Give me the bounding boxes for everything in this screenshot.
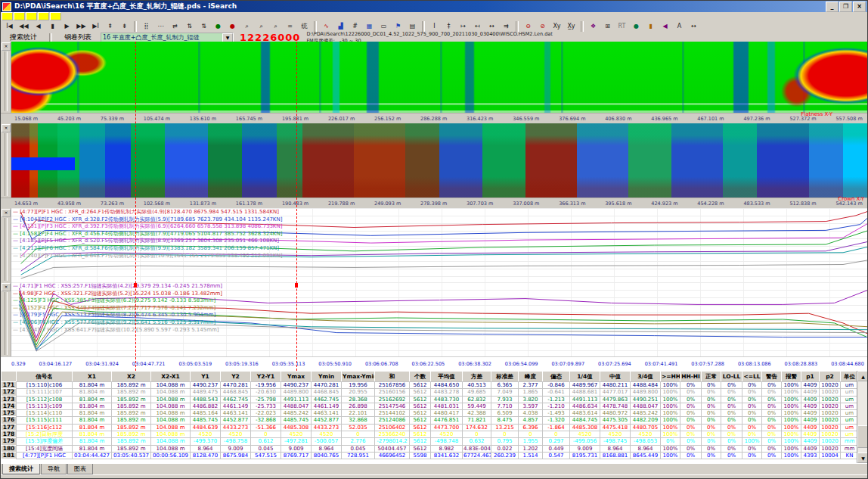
tab-搜索统计[interactable]: 搜索统计 bbox=[2, 464, 40, 475]
table-row[interactable]: 172[15:111]c10781.804 m185.892 m104.088 … bbox=[2, 389, 857, 396]
realtime-icon[interactable]: RT bbox=[615, 20, 629, 33]
legend-item[interactable]: — [4:185][P]F5 HGC : XFR_d:520.F5传动侧轧制力实… bbox=[13, 238, 282, 245]
column-header[interactable]: p2 bbox=[820, 372, 841, 382]
points-mode-icon[interactable]: ⋯ bbox=[153, 20, 168, 33]
restore-button[interactable]: ❐ bbox=[839, 2, 852, 12]
row-number[interactable]: 176 bbox=[2, 417, 17, 424]
measure-cursor-1[interactable] bbox=[135, 42, 136, 371]
row-number[interactable]: 178 bbox=[2, 431, 17, 438]
fit-width-icon[interactable]: ↔ bbox=[687, 20, 701, 33]
nav-prev-fast-icon[interactable]: ◀◀ bbox=[17, 20, 31, 33]
table-row[interactable]: 177[15:116]c11281.804 m185.892 m104.088 … bbox=[2, 424, 857, 431]
row-number[interactable]: 173 bbox=[2, 396, 17, 403]
crown-heatmap[interactable] bbox=[11, 123, 868, 198]
workspace-color-button[interactable] bbox=[38, 12, 49, 20]
tab-图表[interactable]: 图表 bbox=[67, 464, 93, 474]
nav-next-icon[interactable]: ▶ bbox=[60, 20, 74, 33]
column-header[interactable]: X1 bbox=[73, 372, 112, 382]
cursor-marker[interactable] bbox=[134, 283, 137, 288]
column-header[interactable]: 警告 bbox=[762, 372, 782, 382]
legend-item[interactable]: — [4:125]F3 HGC : XSS:385.F3辊缝实际值(6.2)[9… bbox=[13, 297, 222, 305]
nav-top-icon[interactable]: ⇞ bbox=[103, 20, 117, 33]
table-row[interactable]: 174[15:113]c10981.804 m185.892 m104.088 … bbox=[2, 403, 857, 409]
column-header[interactable]: Y2 bbox=[221, 372, 251, 382]
column-header[interactable]: LO-LL bbox=[721, 372, 742, 382]
flatness-heatmap[interactable] bbox=[11, 42, 868, 113]
row-number[interactable]: 181 bbox=[2, 452, 17, 459]
row-number[interactable]: 174 bbox=[2, 403, 17, 409]
minimize-button[interactable]: _ bbox=[826, 2, 839, 12]
xy-mode-2-icon[interactable]: X̲y bbox=[564, 20, 578, 33]
close-icon[interactable]: × bbox=[2, 124, 11, 132]
close-icon[interactable]: × bbox=[2, 42, 11, 51]
back-purple-icon[interactable]: ◀ bbox=[658, 20, 672, 33]
scroll-up-icon[interactable]: ▲ bbox=[857, 371, 868, 381]
cursor-marker[interactable] bbox=[295, 283, 298, 288]
title-bar[interactable]: D:\PDA\iSearch\16 平直度+凸度_长度_轧制力_辊缝.pds -… bbox=[1, 1, 867, 12]
column-header[interactable]: Y2-Y1 bbox=[251, 372, 281, 382]
scrollbar-thumb[interactable] bbox=[857, 425, 868, 448]
column-header[interactable]: Ymax bbox=[281, 372, 312, 382]
column-header[interactable]: 平均值 bbox=[431, 372, 463, 382]
column-header[interactable]: 峰度 bbox=[519, 372, 543, 382]
close-icon[interactable]: × bbox=[2, 283, 11, 291]
column-header[interactable]: Ymax-Ymin bbox=[342, 372, 375, 382]
marquee-zoom-icon[interactable]: ⣿ bbox=[139, 20, 153, 33]
table-row[interactable]: 175[15:114]c11081.804 m185.892 m104.088 … bbox=[2, 410, 857, 417]
table-row[interactable]: 181[4:77][P]F1 HGC03:04:44.42703:05:40.5… bbox=[2, 452, 857, 459]
globe-red-icon[interactable]: ● bbox=[225, 20, 240, 33]
legend-item[interactable]: — [4:234]F7 HGC : XSS:641.F7辊缝实际值(10.2)[… bbox=[13, 327, 222, 334]
row-number[interactable]: 177 bbox=[2, 424, 17, 431]
column-header[interactable]: HH-HI bbox=[680, 372, 702, 382]
row-number[interactable]: 179 bbox=[2, 438, 17, 445]
equal-scale-icon[interactable]: = bbox=[283, 20, 297, 33]
column-header[interactable]: 标准差 bbox=[491, 372, 519, 382]
table-row[interactable]: 173[15:112]c10881.804 m185.892 m104.088 … bbox=[2, 396, 857, 403]
legend-item[interactable]: — [4:152]F4 HGC : XSS:449.F4辊缝实际值(7.2)[7… bbox=[13, 305, 222, 313]
legend-item[interactable]: — [4:206]F6 HGC : XSS:577.F6辊缝实际值(9.2)[5… bbox=[13, 319, 222, 327]
workspace-color-button[interactable] bbox=[14, 12, 25, 20]
row-number[interactable]: 175 bbox=[2, 410, 17, 417]
table-row[interactable]: 178[15:2]目标厚度81.804 m185.892 m104.088 m4… bbox=[2, 431, 857, 438]
tab-导航[interactable]: 导航 bbox=[41, 464, 67, 474]
row-number[interactable]: 180 bbox=[2, 445, 17, 452]
font-tool-icon[interactable]: A bbox=[672, 20, 687, 33]
column-header[interactable]: 信号名 bbox=[17, 372, 73, 382]
column-header[interactable]: X2-X1 bbox=[151, 372, 191, 382]
close-icon[interactable]: × bbox=[2, 209, 11, 217]
zoom-out-icon[interactable]: ⌕ bbox=[254, 20, 268, 33]
table-row[interactable]: 180[15:4]宽度间隔81.804 m185.892 m104.088 m8… bbox=[2, 445, 857, 452]
column-header[interactable]: X2 bbox=[112, 372, 151, 382]
nav-prev-icon[interactable]: ◀ bbox=[31, 20, 45, 33]
table-row[interactable]: 176[15:115]c11181.804 m185.892 m104.088 … bbox=[2, 417, 857, 424]
legend-item[interactable]: — [4:158][P]F4 HGC : XFR_d:456.F4传动侧轧制力实… bbox=[13, 231, 282, 238]
legend-item[interactable]: — [4:71]F1 HGC : XSS:257.F1辊缝实际值(4.2)[29… bbox=[13, 283, 222, 291]
legend-item[interactable]: — [4:179]F5 HGC : XSS:513.F5辊缝实际值(8.2)[6… bbox=[13, 312, 222, 319]
column-header[interactable]: 3/4值 bbox=[631, 372, 661, 382]
grid-window-icon[interactable]: ⊞ bbox=[600, 20, 615, 33]
legend-item[interactable]: — [4:240][P]F7 HGC : XFR_d:648.F7传动侧轧制力实… bbox=[13, 253, 282, 260]
column-header[interactable]: 1/4值 bbox=[570, 372, 600, 382]
column-header[interactable]: 个数 bbox=[410, 372, 431, 382]
column-header[interactable]: 正常 bbox=[702, 372, 721, 382]
column-header[interactable]: <=LL bbox=[742, 372, 762, 382]
column-header[interactable]: 单位 bbox=[841, 372, 857, 382]
close-button[interactable]: × bbox=[853, 2, 866, 12]
zoom-reset-icon[interactable]: ⌕ bbox=[268, 20, 283, 33]
nav-first-icon[interactable]: Ι◀ bbox=[2, 20, 17, 33]
scroll-down-icon[interactable]: ▼ bbox=[857, 453, 868, 463]
column-header[interactable]: 中值 bbox=[600, 372, 631, 382]
workspace-color-button[interactable] bbox=[50, 12, 61, 20]
splitter-handle[interactable] bbox=[5, 133, 8, 196]
table-scrollbar[interactable]: ▲ ▼ bbox=[857, 371, 868, 463]
splitter-handle[interactable] bbox=[5, 51, 8, 111]
table-row[interactable]: 171[15:110]c10681.804 m185.892 m104.088 … bbox=[2, 382, 857, 389]
column-header-rownum[interactable] bbox=[2, 372, 17, 382]
workspace-color-button[interactable] bbox=[2, 12, 13, 20]
v-expand-y-icon[interactable]: ⇅ bbox=[182, 20, 197, 33]
legend-item[interactable]: — [4:98]F2 HGC : XSS:321.F2辊缝实际值(5.2)[15… bbox=[13, 291, 222, 298]
chevron-down-icon[interactable]: ▼ bbox=[222, 33, 233, 42]
table-row[interactable]: 179[15:3]厚度偏差81.804 m185.892 m104.088 m-… bbox=[2, 438, 857, 445]
nav-next-fast-icon[interactable]: ▶▶ bbox=[74, 20, 88, 33]
workspace-color-button[interactable] bbox=[26, 12, 37, 20]
